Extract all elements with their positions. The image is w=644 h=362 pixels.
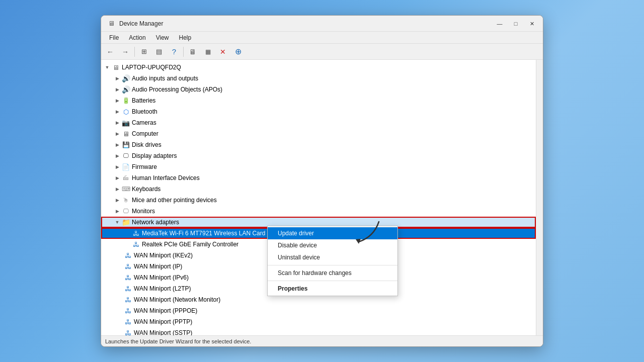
wan-icon-6: 🖧: [123, 307, 132, 315]
keyboards-expand[interactable]: ▶: [113, 185, 121, 193]
bluetooth-icon: ⬡: [121, 108, 130, 116]
tree-root[interactable]: ▼ 🖥 LAPTOP-UPUQFD2Q: [101, 62, 536, 73]
audio-io-expand[interactable]: ▶: [113, 74, 121, 82]
forward-button[interactable]: →: [118, 45, 132, 58]
keyboard-icon: ⌨: [121, 185, 130, 193]
ctx-properties[interactable]: Properties: [268, 283, 397, 295]
mice-expand[interactable]: ▶: [113, 196, 121, 204]
mediatek-expand: [123, 229, 131, 237]
show-hidden-button[interactable]: ▦: [201, 45, 215, 58]
tree-item-wan-pppoe[interactable]: 🖧 WAN Miniport (PPPOE): [101, 305, 536, 316]
bluetooth-expand[interactable]: ▶: [113, 108, 121, 116]
computer-label: Computer: [132, 130, 158, 137]
network-card-icon-2: 🖧: [131, 240, 140, 248]
toolbar-separator-2: [183, 47, 184, 57]
realtek-label: Realtek PCIe GbE Family Controller: [142, 241, 238, 248]
display-icon: 🖵: [121, 152, 130, 160]
batteries-expand[interactable]: ▶: [113, 97, 121, 105]
ctx-uninstall-device[interactable]: Uninstall device: [268, 251, 397, 263]
tree-item-bluetooth[interactable]: ▶ ⬡ Bluetooth: [101, 106, 536, 117]
tree-panel[interactable]: ▼ 🖥 LAPTOP-UPUQFD2Q ▶ 🔊 Audio inputs and…: [101, 60, 536, 335]
network-label: Network adapters: [132, 219, 179, 226]
keyboards-label: Keyboards: [132, 186, 160, 193]
tree-item-computer[interactable]: ▶ 🖥 Computer: [101, 128, 536, 139]
maximize-button[interactable]: □: [509, 19, 523, 29]
monitors-label: Monitors: [132, 208, 155, 215]
network-folder-icon: 📁: [121, 218, 130, 226]
window-title: Device Manager: [119, 20, 537, 27]
disk-expand[interactable]: ▶: [113, 141, 121, 149]
root-expand[interactable]: ▼: [103, 63, 111, 71]
monitors-expand[interactable]: ▶: [113, 207, 121, 215]
audio-proc-icon: 🔊: [121, 85, 130, 94]
wan-sstp-label: WAN Miniport (SSTP): [134, 329, 192, 335]
display-expand[interactable]: ▶: [113, 152, 121, 160]
tree-item-monitors[interactable]: ▶ 🖵 Monitors: [101, 206, 536, 217]
menu-help[interactable]: Help: [175, 33, 196, 42]
root-label: LAPTOP-UPUQFD2Q: [122, 64, 181, 71]
ctx-separator-1: [268, 265, 397, 265]
menu-action[interactable]: Action: [125, 33, 149, 42]
tree-item-disk[interactable]: ▶ 💾 Disk drives: [101, 139, 536, 150]
tree-item-mice[interactable]: ▶ 🖱 Mice and other pointing devices: [101, 195, 536, 206]
wan-pptp-label: WAN Miniport (PPTP): [134, 318, 192, 325]
wan-icon-7: 🖧: [123, 318, 132, 326]
ctx-update-driver[interactable]: Update driver: [268, 227, 397, 239]
audio-icon: 🔊: [121, 74, 130, 82]
menu-bar: File Action View Help: [101, 32, 543, 44]
tree-item-firmware[interactable]: ▶ 📄 Firmware: [101, 161, 536, 172]
audio-io-label: Audio inputs and outputs: [132, 75, 198, 82]
display-label: Display adapters: [132, 152, 177, 159]
mice-label: Mice and other pointing devices: [132, 197, 217, 204]
menu-view[interactable]: View: [152, 33, 173, 42]
camera-icon: 📷: [121, 119, 130, 127]
content-area: ▼ 🖥 LAPTOP-UPUQFD2Q ▶ 🔊 Audio inputs and…: [101, 60, 543, 335]
computer-icon: 🖥: [111, 63, 120, 71]
batteries-icon: 🔋: [121, 97, 130, 105]
disk-icon: 💾: [121, 141, 130, 149]
wan-pppoe-label: WAN Miniport (PPPOE): [134, 307, 197, 314]
hid-expand[interactable]: ▶: [113, 174, 121, 182]
wan-icon-8: 🖧: [123, 329, 132, 335]
tree-item-display[interactable]: ▶ 🖵 Display adapters: [101, 150, 536, 161]
hid-icon: 🖮: [121, 174, 130, 182]
tree-item-wan-sstp[interactable]: 🖧 WAN Miniport (SSTP): [101, 327, 536, 335]
firmware-label: Firmware: [132, 163, 157, 170]
tree-item-audio-proc[interactable]: ▶ 🔊 Audio Processing Objects (APOs): [101, 84, 536, 95]
network-card-icon-1: 🖧: [131, 229, 140, 237]
update-driver-button[interactable]: ▤: [152, 45, 166, 58]
firmware-icon: 📄: [121, 163, 130, 171]
add-hardware-button[interactable]: ⊕: [231, 45, 245, 58]
firmware-expand[interactable]: ▶: [113, 163, 121, 171]
tree-item-cameras[interactable]: ▶ 📷 Cameras: [101, 117, 536, 128]
tree-item-audio-io[interactable]: ▶ 🔊 Audio inputs and outputs: [101, 73, 536, 84]
remove-device-button[interactable]: ✕: [216, 45, 230, 58]
audio-proc-label: Audio Processing Objects (APOs): [132, 86, 222, 93]
menu-file[interactable]: File: [105, 33, 123, 42]
window-controls: — □ ✕: [493, 19, 539, 29]
tree-item-batteries[interactable]: ▶ 🔋 Batteries: [101, 95, 536, 106]
tree-item-keyboards[interactable]: ▶ ⌨ Keyboards: [101, 184, 536, 195]
title-bar: 🖥 Device Manager — □ ✕: [101, 16, 543, 32]
audio-proc-expand[interactable]: ▶: [113, 85, 121, 94]
close-button[interactable]: ✕: [525, 19, 539, 29]
tree-item-wan-pptp[interactable]: 🖧 WAN Miniport (PPTP): [101, 316, 536, 327]
tree-item-hid[interactable]: ▶ 🖮 Human Interface Devices: [101, 172, 536, 184]
scan-hardware-button[interactable]: 🖥: [186, 45, 200, 58]
monitor-icon: 🖵: [121, 207, 130, 215]
wan-icon-5: 🖧: [123, 296, 132, 304]
help-button[interactable]: ?: [167, 45, 181, 58]
minimize-button[interactable]: —: [493, 19, 507, 29]
network-expand[interactable]: ▼: [113, 218, 121, 226]
wan-icon-4: 🖧: [123, 285, 132, 293]
hid-label: Human Interface Devices: [132, 174, 200, 182]
wan-icon-2: 🖧: [123, 262, 132, 270]
ctx-scan-hardware[interactable]: Scan for hardware changes: [268, 267, 397, 279]
back-button[interactable]: ←: [103, 45, 117, 58]
ctx-disable-device[interactable]: Disable device: [268, 239, 397, 251]
computer-expand[interactable]: ▶: [113, 130, 121, 138]
cameras-expand[interactable]: ▶: [113, 119, 121, 127]
app-icon: 🖥: [107, 20, 115, 28]
scrollbar[interactable]: [536, 60, 543, 335]
show-properties-button[interactable]: ⊞: [137, 45, 151, 58]
